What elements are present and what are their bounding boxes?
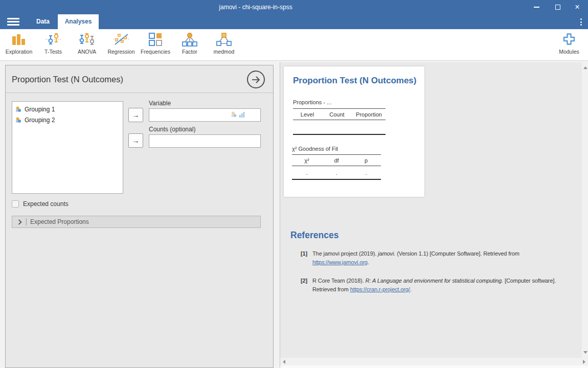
cell-p: . (351, 170, 381, 176)
anova-icon (78, 31, 96, 48)
scroll-up-icon[interactable] (583, 66, 587, 69)
window-title: jamovi - chi-square-in-spss (199, 0, 312, 14)
cell-chi2: . (292, 170, 322, 176)
ribbon-item-factor[interactable]: Factor (172, 31, 208, 59)
vertical-scrollbar[interactable] (582, 62, 588, 358)
reference-text: R Core Team (2018). R: A Language and en… (312, 277, 556, 294)
gof-table-caption: χ² Goodness of Fit (292, 146, 338, 152)
nominal-variable-icon (15, 106, 21, 112)
nominal-variable-icon (15, 117, 21, 123)
cell-df: . (322, 170, 351, 176)
col-header-count: Count (322, 111, 352, 118)
maximize-icon (555, 5, 560, 10)
scroll-down-icon[interactable] (583, 351, 587, 354)
exploration-icon (11, 31, 27, 48)
minimize-button[interactable] (528, 0, 545, 14)
col-header-proportion: Proportion (352, 111, 386, 118)
factor-icon (182, 31, 198, 48)
t-tests-icon (45, 31, 61, 48)
close-button[interactable]: × (569, 0, 586, 14)
list-item-grouping-1[interactable]: Grouping 1 (15, 104, 120, 114)
ribbon-item-modules[interactable]: Modules (551, 31, 587, 59)
separator (26, 218, 27, 225)
variable-name: Grouping 1 (25, 106, 55, 113)
counts-input[interactable] (149, 134, 261, 148)
expected-counts-checkbox[interactable] (12, 200, 19, 208)
tab-analyses[interactable]: Analyses (58, 14, 99, 29)
analysis-title: Proportion Test (N Outcomes) (12, 65, 123, 93)
options-panel: Proportion Test (N Outcomes) Grouping 1 (5, 65, 274, 368)
col-header-p: p (351, 157, 381, 164)
cran-link[interactable]: https://cran.r-project.org/ (350, 286, 410, 292)
col-header-level: Level (293, 111, 322, 118)
regression-icon (113, 31, 129, 48)
options-panel-header: Proportion Test (N Outcomes) (6, 65, 273, 93)
reference-item: [2] R Core Team (2018). R: A Language an… (301, 277, 579, 294)
variable-field-label: Variable (149, 100, 171, 107)
chevron-right-icon (18, 219, 22, 225)
ribbon-item-regression[interactable]: Regression (103, 31, 139, 59)
ribbon-item-anova[interactable]: ANOVA (69, 31, 105, 59)
table-header-row: Level Count Proportion (293, 109, 386, 120)
list-item-grouping-2[interactable]: Grouping 2 (15, 114, 120, 125)
gof-table: χ² df p . . . (292, 154, 381, 180)
right-arrow-icon (251, 76, 261, 84)
transfer-arrow-icon: → (132, 111, 140, 119)
reference-item: [1] The jamovi project (2019). jamovi. (… (301, 249, 579, 267)
col-header-df: df (322, 157, 351, 164)
ribbon-item-ttests[interactable]: T-Tests (35, 31, 71, 59)
modules-icon (562, 31, 576, 48)
transfer-arrow-icon: → (132, 136, 140, 145)
results-title: Proportion Test (N Outcomes) (293, 76, 416, 86)
expected-proportions-label: Expected Proportions (30, 218, 89, 225)
reference-number: [1] (301, 249, 312, 267)
results-panel: Proportion Test (N Outcomes) Proportions… (280, 62, 582, 358)
tab-data[interactable]: Data (28, 14, 58, 29)
medmod-icon (216, 31, 232, 48)
hamburger-menu-icon[interactable] (7, 18, 19, 26)
frequencies-icon (148, 31, 163, 48)
analyses-ribbon: Exploration T-Tests (0, 29, 588, 61)
scroll-right-icon[interactable] (583, 360, 585, 364)
panel-divider[interactable] (274, 62, 280, 368)
jamovi-window: jamovi - chi-square-in-spss × Data Analy… (0, 0, 588, 368)
ribbon-item-frequencies[interactable]: Frequencies (138, 31, 173, 59)
tab-bar: Data Analyses (0, 14, 588, 29)
run-analysis-button[interactable] (247, 71, 265, 88)
table-row: . . . (292, 166, 381, 179)
expected-counts-label: Expected counts (23, 200, 69, 208)
scroll-left-icon[interactable] (283, 360, 285, 364)
reference-number: [2] (301, 277, 312, 294)
results-page: Proportion Test (N Outcomes) Proportions… (284, 66, 424, 197)
col-header-chi2: χ² (292, 157, 322, 164)
proportions-table-caption: Proportions - ... (293, 99, 331, 105)
available-variables-list[interactable]: Grouping 1 Grouping 2 (12, 101, 123, 194)
horizontal-scrollbar[interactable] (280, 358, 588, 365)
references-title: References (290, 230, 338, 241)
jamovi-org-link[interactable]: https://www.jamovi.org (312, 259, 368, 265)
maximize-button[interactable] (549, 0, 567, 14)
ribbon-item-medmod[interactable]: medmod (206, 31, 242, 59)
proportions-table: Level Count Proportion (293, 108, 386, 135)
reference-text: The jamovi project (2019). jamovi. (Vers… (312, 249, 519, 267)
titlebar: jamovi - chi-square-in-spss × (0, 0, 588, 14)
ribbon-item-exploration[interactable]: Exploration (1, 31, 37, 59)
expected-proportions-section[interactable]: Expected Proportions (12, 216, 261, 228)
nominal-variable-icon (231, 111, 237, 118)
more-options-icon[interactable] (578, 18, 584, 26)
table-header-row: χ² df p (292, 155, 381, 166)
assign-counts-button[interactable]: → (128, 133, 143, 148)
scrollbar-corner (280, 365, 588, 368)
minimize-icon (534, 7, 539, 8)
variable-name: Grouping 2 (25, 117, 55, 124)
empty-table-body (293, 120, 386, 134)
counts-field-label: Counts (optional) (149, 126, 195, 133)
assign-variable-button[interactable]: → (128, 108, 143, 122)
bar-levels-icon (239, 111, 245, 118)
variable-type-hints (231, 111, 245, 118)
expected-counts-option[interactable]: Expected counts (12, 200, 69, 208)
